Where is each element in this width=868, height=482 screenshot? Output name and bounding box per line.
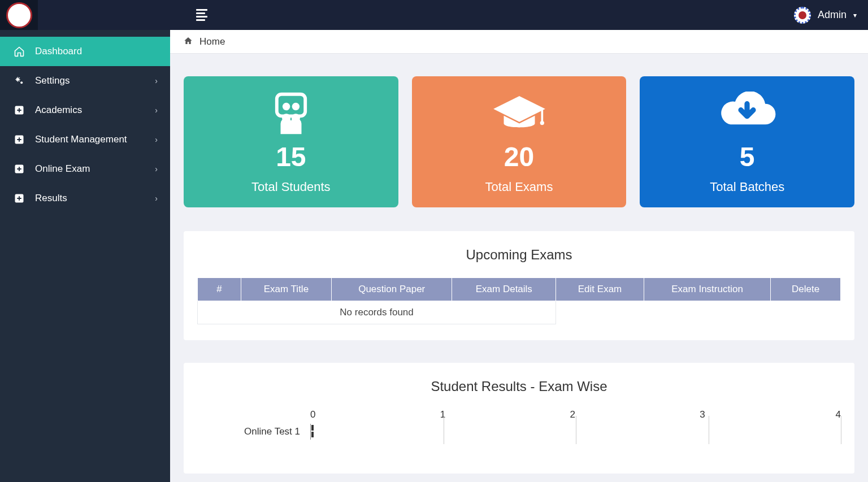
cloud-download-icon [716, 89, 778, 139]
svg-point-1 [20, 81, 23, 84]
topbar-left [0, 0, 207, 30]
sidebar-item-dashboard[interactable]: Dashboard [0, 37, 170, 66]
col-index: # [198, 278, 241, 301]
stat-value: 5 [740, 144, 755, 171]
stat-card-exams[interactable]: 20 Total Exams [412, 76, 627, 207]
chevron-down-icon: ▾ [853, 11, 857, 19]
chart-track [310, 424, 841, 440]
x-tick: 0 [310, 409, 440, 420]
sidebar-item-label: Academics [35, 105, 82, 116]
graduation-cap-icon [488, 89, 550, 139]
sidebar-item-label: Dashboard [35, 46, 82, 57]
menu-toggle-icon[interactable] [196, 9, 207, 21]
sidebar-item-student-management[interactable]: Student Management › [0, 125, 170, 154]
home-outline-icon [14, 46, 25, 57]
stat-cards: 15 Total Students 20 Total Exams [184, 76, 854, 207]
plus-square-icon [14, 134, 25, 145]
plus-square-icon [14, 193, 25, 203]
table-row-empty: No records found [198, 301, 841, 324]
chart-category-label: Online Test 1 [197, 426, 310, 437]
empty-message: No records found [198, 301, 556, 324]
col-question-paper: Question Paper [331, 278, 452, 301]
chart-row: Online Test 1 [197, 424, 841, 440]
stat-card-batches[interactable]: 5 Total Batches [640, 76, 854, 207]
sidebar-item-label: Student Management [35, 134, 127, 145]
students-icon [267, 89, 315, 139]
chevron-right-icon: › [155, 76, 158, 85]
student-results-panel: Student Results - Exam Wise 0 1 2 3 4 On… [184, 363, 854, 474]
x-tick: 1 [440, 409, 570, 420]
breadcrumb: Home [170, 30, 868, 54]
sidebar-item-label: Settings [35, 75, 70, 86]
chart-x-axis: 0 1 2 3 4 [197, 409, 841, 420]
sidebar: Dashboard Settings › Academics › Student… [0, 30, 170, 482]
content-area: 15 Total Students 20 Total Exams [170, 54, 868, 482]
x-tick: 4 [830, 409, 841, 420]
gears-icon [14, 75, 25, 86]
upcoming-exams-panel: Upcoming Exams # Exam Title Question Pap… [184, 231, 854, 340]
plus-square-icon [14, 164, 25, 174]
stat-label: Total Batches [710, 180, 784, 194]
stat-card-students[interactable]: 15 Total Students [184, 76, 398, 207]
stat-label: Total Exams [485, 180, 553, 194]
chart-bar-series-a [311, 425, 314, 431]
sidebar-item-label: Results [35, 193, 67, 204]
svg-rect-6 [277, 94, 305, 116]
topbar: Admin ▾ [0, 0, 868, 30]
sidebar-item-academics[interactable]: Academics › [0, 95, 170, 125]
col-delete: Delete [771, 278, 841, 301]
main-content: Home 15 Total Students [170, 30, 868, 482]
chevron-right-icon: › [155, 194, 158, 203]
chart-bar-series-b [311, 432, 314, 437]
col-edit-exam: Edit Exam [556, 278, 644, 301]
svg-point-9 [282, 114, 290, 122]
x-tick: 3 [700, 409, 830, 420]
plus-square-icon [14, 105, 25, 115]
svg-point-7 [283, 103, 290, 110]
panel-title: Upcoming Exams [197, 247, 841, 263]
col-exam-instruction: Exam Instruction [644, 278, 770, 301]
stat-value: 15 [276, 144, 306, 171]
app-logo[interactable] [0, 0, 38, 30]
user-menu[interactable]: Admin ▾ [794, 7, 857, 24]
upcoming-exams-table: # Exam Title Question Paper Exam Details… [197, 277, 841, 324]
col-exam-details: Exam Details [452, 278, 556, 301]
chevron-right-icon: › [155, 135, 158, 144]
logo-icon [6, 2, 32, 28]
svg-point-10 [292, 114, 300, 122]
x-tick: 2 [570, 409, 700, 420]
home-icon[interactable] [184, 36, 193, 47]
panel-title: Student Results - Exam Wise [197, 379, 841, 394]
user-label: Admin [818, 9, 847, 21]
breadcrumb-title: Home [199, 36, 225, 47]
svg-point-11 [540, 121, 544, 125]
svg-point-8 [292, 103, 300, 110]
sidebar-item-label: Online Exam [35, 163, 90, 175]
sidebar-item-results[interactable]: Results › [0, 184, 170, 213]
avatar-icon [794, 7, 811, 24]
sidebar-item-settings[interactable]: Settings › [0, 66, 170, 95]
chevron-right-icon: › [155, 164, 158, 173]
stat-label: Total Students [251, 180, 330, 194]
col-exam-title: Exam Title [241, 278, 331, 301]
stat-value: 20 [504, 144, 534, 171]
sidebar-item-online-exam[interactable]: Online Exam › [0, 154, 170, 184]
chevron-right-icon: › [155, 106, 158, 115]
